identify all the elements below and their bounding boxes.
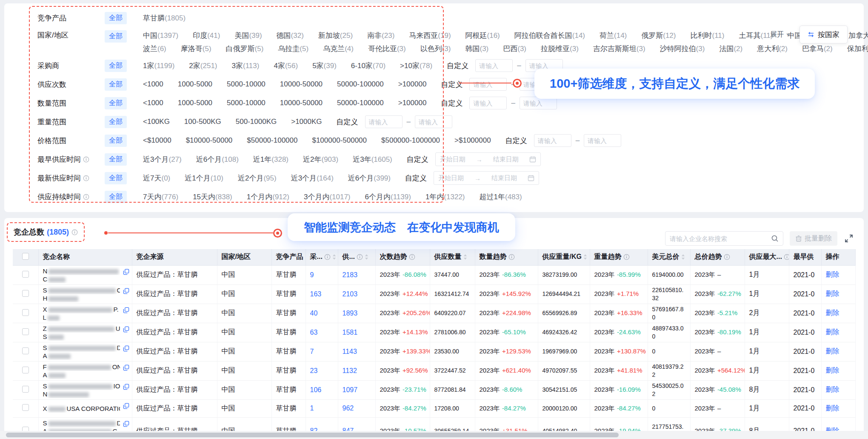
row-checkbox[interactable] [22,328,29,335]
filter-option[interactable]: 草甘膦(1805) [143,13,186,23]
filter-option[interactable]: $500000-1000000 [381,136,440,145]
filter-option[interactable]: 1000-5000 [178,99,212,107]
sort-icon[interactable] [583,254,587,260]
sort-icon[interactable] [463,254,467,260]
copy-icon[interactable] [123,403,129,411]
delete-link[interactable]: 删除 [826,309,839,316]
cell-company-name[interactable]: N)C [38,265,132,284]
filter-option[interactable]: 阿拉伯联合酋长国(14) [514,31,585,40]
filter-all-chip[interactable]: 全部 [105,172,127,184]
filter-option[interactable]: >100000 [398,80,427,89]
filter-option[interactable]: 近3个月(27) [143,155,182,164]
filter-option[interactable]: 德国(32) [277,31,304,40]
date-range-picker[interactable]: 开始日期→结束日期 [434,171,539,185]
fullscreen-button[interactable] [843,233,854,244]
filter-option[interactable]: 10000-50000 [280,99,323,107]
filter-option[interactable]: 哥伦比亚(3) [368,44,406,54]
sort-icon[interactable] [681,254,685,260]
filter-option[interactable]: >100000 [398,99,427,107]
filter-option[interactable]: 印度(41) [193,31,220,40]
scrollbar-thumb[interactable] [6,433,619,437]
filter-option[interactable]: 马来西亚(19) [409,31,451,40]
filter-min-input[interactable] [469,97,507,109]
filter-custom-label[interactable]: 自定义 [505,136,527,146]
filter-option[interactable]: 1个月内(912) [247,192,289,202]
filter-option[interactable]: 4家(56) [274,61,298,71]
delete-link[interactable]: 删除 [826,328,839,336]
cell-company-name[interactable]: ZUS [38,323,132,342]
filter-option[interactable]: 中国(1397) [143,31,178,40]
cell-buyer-count[interactable]: 40 [310,310,318,317]
filter-option[interactable]: 5000-10000 [227,99,266,107]
filter-option[interactable]: 100-500KG [184,118,221,126]
row-checkbox[interactable] [22,404,29,411]
filter-option[interactable]: 1家(1199) [143,61,174,71]
copy-icon[interactable] [123,384,129,392]
row-checkbox[interactable] [22,271,29,278]
filter-max-input[interactable] [584,134,621,147]
cell-company-name[interactable]: XP.L [38,304,132,323]
filter-option[interactable]: <100KG [143,118,170,126]
filter-option[interactable]: 6-10家(70) [351,61,385,71]
filter-option[interactable]: 10000-50000 [280,80,323,89]
filter-option[interactable]: 加拿大(9) [848,31,868,40]
filter-option[interactable]: 俄罗斯(12) [641,31,676,40]
filter-option[interactable]: 近1年(328) [253,155,288,164]
delete-link[interactable]: 删除 [826,271,839,278]
filter-all-chip[interactable]: 全部 [105,116,127,128]
row-checkbox[interactable] [22,290,29,297]
filter-option[interactable]: <1000 [143,80,163,89]
filter-option[interactable]: 摩洛哥(5) [181,44,211,54]
cell-buyer-count[interactable]: 7 [310,348,314,355]
cell-supply-count[interactable]: 1132 [343,367,357,374]
filter-custom-label[interactable]: 自定义 [447,61,468,71]
filter-min-input[interactable] [469,78,507,91]
row-checkbox[interactable] [22,367,29,373]
filter-option[interactable]: 3家(113) [232,61,260,71]
filter-option[interactable]: 阿根廷(16) [465,31,500,40]
delete-link[interactable]: 删除 [826,405,839,412]
cell-buyer-count[interactable]: 9 [310,271,314,278]
filter-option[interactable]: 1年内(1322) [425,192,465,202]
row-checkbox[interactable] [22,347,29,354]
filter-option[interactable]: 法国(2) [719,44,742,54]
filter-max-input[interactable] [415,115,452,128]
filter-custom-label[interactable]: 自定义 [441,98,463,108]
copy-icon[interactable] [123,269,129,277]
delete-link[interactable]: 删除 [826,386,839,393]
filter-option[interactable]: $10000-50000 [186,136,233,145]
filter-option[interactable]: 巴拿马(2) [802,44,833,54]
cell-company-name[interactable]: SION [38,380,132,399]
cell-supply-count[interactable]: 2183 [343,271,358,278]
copy-icon[interactable] [123,421,129,429]
filter-option[interactable]: <1000 [143,99,163,107]
filter-all-chip[interactable]: 全部 [105,78,127,91]
cell-supply-count[interactable]: 1097 [343,386,358,393]
filter-option[interactable]: 保加利亚(2) [847,44,868,54]
row-checkbox[interactable] [22,386,29,393]
filter-min-input[interactable] [475,59,513,72]
delete-link[interactable]: 删除 [826,347,839,355]
filter-option[interactable]: >1000KG [291,118,322,126]
filter-option[interactable]: 乌拉圭(5) [278,44,308,54]
filter-option[interactable]: 近2个月(95) [238,173,277,183]
filter-option[interactable]: 50000-100000 [337,99,384,107]
filter-option[interactable]: $100000-500000 [312,136,367,145]
search-icon[interactable] [771,235,779,242]
cell-buyer-count[interactable]: 23 [310,367,318,374]
cell-supply-count[interactable]: 962 [343,405,354,412]
filter-option[interactable]: <$10000 [143,136,171,145]
filter-option[interactable]: 近7天(0) [143,173,170,183]
filter-option[interactable]: 拉脱维亚(3) [541,44,579,54]
filter-option[interactable]: 乌克兰(4) [323,44,354,54]
row-checkbox[interactable] [22,309,29,316]
cell-buyer-count[interactable]: 63 [310,329,318,336]
cell-buyer-count[interactable]: 106 [310,386,322,393]
sort-icon[interactable] [365,254,368,260]
filter-all-chip[interactable]: 全部 [105,153,127,166]
batch-delete-button[interactable]: 批量删除 [790,231,837,246]
copy-icon[interactable] [123,288,129,296]
date-range-picker[interactable]: 开始日期→结束日期 [435,152,541,166]
filter-option[interactable]: 近2年(903) [303,155,338,164]
filter-option[interactable]: 波兰(6) [143,44,166,54]
